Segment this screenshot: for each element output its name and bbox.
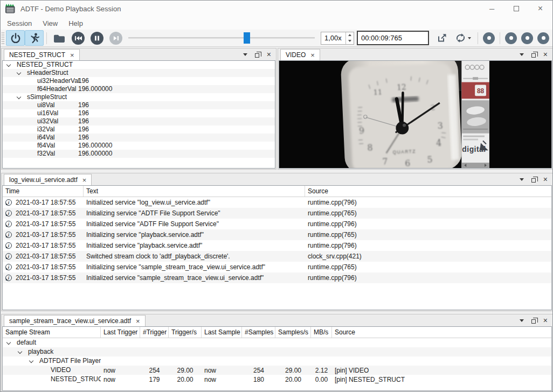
adtf-app-icon[interactable]	[5, 3, 16, 14]
trace-cell: 180	[242, 376, 275, 383]
open-file-button[interactable]	[50, 30, 68, 46]
loop-mode-button[interactable]	[451, 31, 475, 46]
video-frame-clock: 11 12 2 9 3 8 4 7 6 5	[279, 61, 551, 168]
tree-row[interactable]: f64Val196.000000	[3, 142, 275, 150]
svg-text:12: 12	[397, 83, 406, 92]
log-row[interactable]: i2021-03-17 18:57:55Initialized service …	[3, 272, 551, 283]
panel-float-icon[interactable]	[531, 178, 536, 183]
info-icon: i	[5, 264, 12, 270]
run-session-button[interactable]	[25, 30, 44, 46]
trace-row[interactable]: ADTFDAT File Player	[3, 356, 551, 366]
panel-close-icon[interactable]: ×	[543, 317, 548, 324]
tree-row[interactable]: i64Val196	[3, 134, 275, 142]
tab-close-icon[interactable]: ×	[70, 52, 74, 59]
column-header[interactable]: Sample Stream	[3, 327, 101, 338]
panel-float-icon[interactable]	[531, 319, 536, 324]
column-header[interactable]: Text	[84, 186, 305, 197]
log-row[interactable]: i2021-03-17 18:57:55Initialized service …	[3, 197, 551, 208]
panel-menu-icon[interactable]	[520, 178, 524, 181]
tree-row[interactable]: i32Val196	[3, 125, 275, 134]
info-icon: i	[5, 210, 12, 216]
column-header[interactable]: Source	[332, 327, 551, 338]
column-header[interactable]: MB/s	[311, 327, 332, 338]
tree-row[interactable]: f32Val196.000000	[3, 150, 275, 158]
tab-log-view[interactable]: log_view.ui_service.adtf ×	[4, 174, 92, 185]
column-header[interactable]: Samples/s	[275, 327, 311, 338]
log-row[interactable]: i2021-03-17 18:57:55Initializing service…	[3, 262, 551, 272]
log-row[interactable]: i2021-03-17 18:57:55Initialized service …	[3, 240, 551, 251]
chevron-down-icon[interactable]	[17, 71, 21, 75]
pause-button[interactable]	[87, 30, 106, 46]
speed-spinbox[interactable]: 1,00x	[321, 32, 354, 45]
column-header[interactable]: Last Sample	[202, 327, 242, 338]
trace-row[interactable]: VIDEOnow25429.00now25429.002.12[pin] VID…	[3, 366, 551, 375]
record-button-2[interactable]	[505, 32, 517, 44]
menu-item-session[interactable]: Session	[2, 19, 37, 27]
tree-row[interactable]: ui32HeaderVal196	[3, 77, 275, 85]
panel-menu-icon[interactable]	[520, 53, 524, 56]
record-button-1[interactable]	[483, 32, 495, 44]
column-header[interactable]: #Trigger	[140, 327, 169, 338]
panel-close-icon[interactable]: ×	[543, 176, 548, 183]
trace-row[interactable]: default	[3, 338, 551, 347]
init-session-button[interactable]	[6, 30, 25, 46]
tab-trace-view[interactable]: sample_stream_trace_view.ui_service.adtf…	[4, 315, 146, 326]
minimize-button[interactable]: ─	[480, 1, 504, 17]
menu-item-help[interactable]: Help	[63, 19, 88, 27]
panel-float-icon[interactable]	[531, 53, 536, 58]
menu-item-view[interactable]: View	[37, 19, 63, 27]
log-row[interactable]: i2021-03-17 18:57:55Initialized service …	[3, 219, 551, 229]
panel-float-icon[interactable]	[255, 53, 259, 58]
trace-row[interactable]: playback	[3, 347, 551, 356]
tree-row[interactable]: NESTED_STRUCT	[3, 61, 275, 69]
tree-row[interactable]: ui32Val196	[3, 117, 275, 125]
toolbar-drag-handle[interactable]	[2, 32, 4, 44]
speed-increase-button[interactable]	[346, 32, 354, 38]
column-header[interactable]: #Samples	[242, 327, 275, 338]
maximize-button[interactable]	[504, 1, 528, 17]
column-header[interactable]: Trigger/s	[169, 327, 202, 338]
slider-track[interactable]	[128, 37, 315, 39]
detach-view-button[interactable]	[433, 31, 451, 46]
record-button-3[interactable]	[521, 32, 533, 44]
log-source-cell: clock_srv.cpp(421)	[305, 253, 551, 260]
card-badge-label: 88	[477, 87, 485, 95]
panel-close-icon[interactable]: ×	[267, 51, 271, 58]
chevron-down-icon[interactable]	[29, 359, 33, 363]
log-text-cell: Switched stream clock to 'adtf_playback_…	[84, 253, 305, 260]
tree-row[interactable]: sHeaderStruct	[3, 69, 275, 77]
tab-close-icon[interactable]: ×	[136, 318, 140, 325]
chevron-down-icon[interactable]	[17, 95, 21, 99]
tab-close-icon[interactable]: ×	[310, 52, 315, 59]
tab-nested-struct[interactable]: NESTED_STRUCT ×	[4, 49, 80, 60]
panel-menu-icon[interactable]	[520, 319, 524, 322]
slider-handle[interactable]	[244, 32, 250, 44]
tree-row[interactable]: f64HeaderVal196.000000	[3, 85, 275, 93]
step-forward-button[interactable]	[106, 30, 125, 46]
speed-decrease-button[interactable]	[346, 38, 354, 44]
tree-row[interactable]: ui16Val196	[3, 109, 275, 117]
record-button-4[interactable]	[537, 32, 549, 44]
column-header[interactable]: Time	[3, 186, 84, 197]
close-button[interactable]: ×	[528, 1, 552, 17]
chevron-down-icon[interactable]	[6, 62, 11, 67]
log-row[interactable]: i2021-03-17 18:57:55Initializing service…	[3, 229, 551, 240]
time-position-field[interactable]	[357, 31, 429, 45]
tree-row[interactable]: sSimpleStruct	[3, 93, 275, 101]
trace-row[interactable]: NESTED_STRUCTnow17920.00now18020.000.00[…	[3, 375, 551, 384]
info-icon: i	[5, 232, 12, 238]
tab-video[interactable]: VIDEO ×	[280, 49, 320, 60]
column-header[interactable]: Source	[305, 186, 551, 197]
jump-to-start-button[interactable]	[68, 30, 87, 46]
panel-menu-icon[interactable]	[243, 53, 247, 56]
tab-close-icon[interactable]: ×	[82, 177, 87, 184]
chevron-down-icon[interactable]	[6, 340, 11, 345]
log-row[interactable]: i2021-03-17 18:57:55Initializing service…	[3, 208, 551, 219]
log-row[interactable]: i2021-03-17 18:57:55Switched stream cloc…	[3, 251, 551, 262]
tree-row[interactable]: ui8Val196	[3, 101, 275, 109]
column-header[interactable]: Last Trigger	[101, 327, 140, 338]
chevron-down-icon[interactable]	[18, 349, 22, 354]
playback-position-slider[interactable]	[128, 30, 315, 46]
log-text-cell: Initialized service "playback.service.ad…	[84, 242, 305, 249]
panel-close-icon[interactable]: ×	[543, 51, 548, 58]
